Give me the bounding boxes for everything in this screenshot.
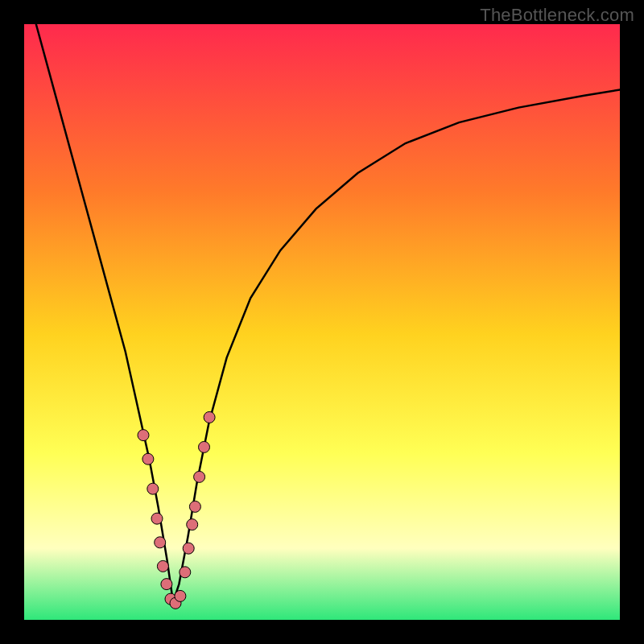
data-marker <box>199 441 210 452</box>
data-marker <box>187 519 198 530</box>
watermark-text: TheBottleneck.com <box>480 5 634 26</box>
data-marker <box>189 501 200 512</box>
data-marker <box>194 471 205 482</box>
outer-frame: TheBottleneck.com <box>0 0 644 644</box>
data-marker <box>147 483 159 494</box>
data-marker <box>142 453 154 464</box>
data-marker <box>204 411 215 423</box>
data-marker <box>138 430 149 441</box>
data-marker <box>183 543 194 554</box>
bottleneck-curve <box>36 24 620 602</box>
data-marker <box>175 590 186 601</box>
data-marker <box>161 579 172 590</box>
plot-area <box>24 24 620 620</box>
data-marker <box>155 537 166 548</box>
data-marker <box>151 513 163 524</box>
marker-group <box>138 411 215 609</box>
data-marker <box>157 560 168 572</box>
data-marker <box>180 567 191 578</box>
chart-svg <box>24 24 620 620</box>
